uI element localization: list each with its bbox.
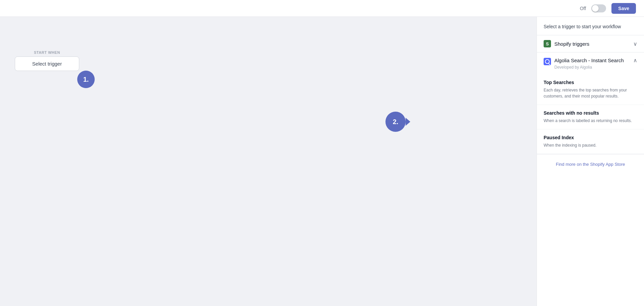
select-trigger-text: Select trigger xyxy=(32,61,62,67)
trigger-item-paused-index[interactable]: Paused Index When the indexing is paused… xyxy=(537,129,644,154)
shopify-icon: S xyxy=(544,40,551,47)
save-button[interactable]: Save xyxy=(611,3,636,14)
sidebar-panel: Select a trigger to start your workflow … xyxy=(537,17,644,306)
toggle-switch[interactable] xyxy=(591,4,606,12)
step-badge-2: 2. xyxy=(385,112,406,132)
start-node-container: START WHEN Select trigger xyxy=(15,50,79,71)
sidebar-header: Select a trigger to start your workflow xyxy=(537,17,644,35)
top-bar: Off Save xyxy=(0,0,644,17)
algolia-section-info: Algolia Search - Instant Search Develope… xyxy=(554,57,630,70)
algolia-section-subtitle: Developed by Algolia xyxy=(554,65,630,70)
shopify-app-store-link[interactable]: Find more on the Shopify App Store xyxy=(556,162,625,167)
shopify-triggers-toggle[interactable]: S Shopify triggers ∨ xyxy=(537,35,644,52)
trigger-item-top-searches[interactable]: Top Searches Each day, retrieves the top… xyxy=(537,74,644,105)
trigger-item-desc: When the indexing is paused. xyxy=(544,142,637,148)
trigger-item-title: Searches with no results xyxy=(544,110,637,116)
trigger-item-desc: Each day, retrieves the top searches fro… xyxy=(544,87,637,99)
shopify-chevron-icon: ∨ xyxy=(633,41,637,47)
algolia-section: Algolia Search - Instant Search Develope… xyxy=(537,52,644,154)
workflow-canvas: START WHEN Select trigger 1. 2. xyxy=(0,17,537,306)
trigger-item-title: Paused Index xyxy=(544,135,637,140)
start-label: START WHEN xyxy=(15,50,79,54)
algolia-icon-inner xyxy=(545,59,550,64)
select-trigger-button[interactable]: Select trigger xyxy=(15,56,79,71)
algolia-section-toggle[interactable]: Algolia Search - Instant Search Develope… xyxy=(537,52,644,74)
algolia-chevron-icon: ∧ xyxy=(633,57,637,64)
trigger-item-title: Top Searches xyxy=(544,80,637,85)
step-badge-1: 1. xyxy=(77,71,95,88)
toggle-label: Off xyxy=(580,6,586,11)
shopify-triggers-section: S Shopify triggers ∨ xyxy=(537,35,644,52)
algolia-section-title: Algolia Search - Instant Search xyxy=(554,57,630,64)
sidebar-header-text: Select a trigger to start your workflow xyxy=(544,24,621,29)
trigger-item-desc: When a search is labelled as returning n… xyxy=(544,118,637,124)
trigger-item-no-results[interactable]: Searches with no results When a search i… xyxy=(537,105,644,129)
shopify-section-title: Shopify triggers xyxy=(554,41,630,47)
sidebar-footer: Find more on the Shopify App Store xyxy=(537,154,644,174)
toggle-thumb xyxy=(592,5,599,12)
algolia-icon xyxy=(544,58,551,65)
